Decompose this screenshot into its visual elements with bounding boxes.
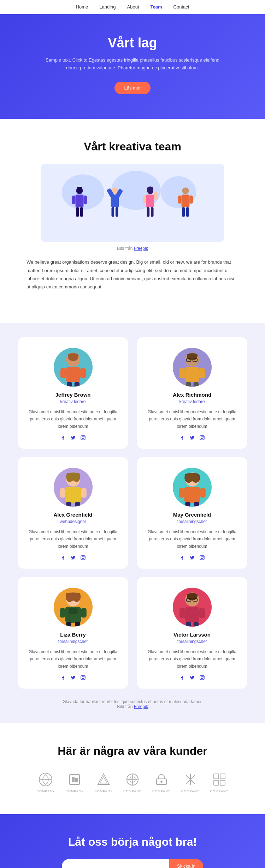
team-freepik-link[interactable]: Freepik — [134, 704, 148, 709]
twitter-icon[interactable] — [189, 555, 195, 562]
cards-grid: Jeffrey Brown kreativ ledare Glavi amet … — [18, 337, 247, 689]
svg-rect-100 — [220, 774, 225, 779]
facebook-icon[interactable] — [60, 555, 66, 562]
svg-rect-74 — [185, 607, 199, 622]
card-name: Victor Larsson — [145, 632, 239, 638]
nav-contact[interactable]: Contact — [173, 4, 189, 10]
svg-rect-47 — [60, 488, 65, 498]
card-description: Glavi amet ritnisl libero molestie ante … — [26, 648, 120, 670]
cta-title: Låt oss börja något bra! — [14, 835, 251, 849]
card-description: Glavi amet ritnisl libero molestie ante … — [145, 648, 239, 670]
card-name: Liza Berry — [26, 632, 120, 638]
svg-rect-15 — [154, 192, 158, 200]
svg-point-52 — [82, 557, 84, 559]
svg-rect-48 — [81, 488, 86, 498]
svg-rect-78 — [193, 622, 198, 627]
card-role: kreativ ledare — [145, 399, 239, 404]
facebook-icon[interactable] — [179, 675, 185, 682]
card-description: Glavi amet ritnisl libero molestie ante … — [26, 408, 120, 430]
svg-rect-75 — [179, 608, 185, 618]
client-logo-1: COMPANY — [37, 772, 55, 793]
svg-point-61 — [201, 557, 203, 559]
svg-rect-58 — [185, 502, 190, 507]
nav-team[interactable]: Team — [151, 4, 162, 10]
team-card: Liza Berry försäljningschef Glavi amet r… — [18, 577, 128, 689]
twitter-icon[interactable] — [70, 675, 76, 682]
client-logo-6: COMPANY — [181, 772, 200, 793]
card-description: Glavi amet ritnisl libero molestie ante … — [26, 528, 120, 550]
freepik-link[interactable]: Freepik — [134, 246, 148, 251]
figure-3 — [134, 186, 166, 220]
svg-rect-56 — [179, 488, 184, 498]
nav-home[interactable]: Home — [76, 4, 88, 10]
svg-rect-77 — [186, 622, 191, 627]
hero-button[interactable]: Läs mer — [114, 82, 151, 94]
svg-rect-1 — [76, 194, 84, 207]
svg-rect-3 — [83, 195, 87, 204]
svg-rect-50 — [75, 502, 80, 507]
figure-1 — [64, 186, 95, 220]
team-card: Jeffrey Brown kreativ ledare Glavi amet … — [18, 337, 128, 449]
creative-title: Vårt kreativa team — [14, 140, 251, 153]
team-footer: Glavrida for habitant morbi tristique se… — [18, 699, 247, 709]
clients-logos: COMPANY COMPANY COMPANY — [14, 772, 251, 793]
svg-rect-35 — [179, 368, 185, 378]
svg-point-72 — [84, 676, 84, 677]
card-avatar — [54, 468, 93, 507]
svg-rect-19 — [182, 194, 190, 207]
instagram-icon[interactable] — [199, 675, 205, 682]
logo-icon-7 — [212, 772, 227, 787]
facebook-icon[interactable] — [179, 555, 185, 562]
instagram-icon[interactable] — [80, 675, 86, 682]
card-role: webbdesigner — [26, 519, 120, 524]
svg-rect-49 — [66, 502, 71, 507]
svg-rect-5 — [80, 207, 83, 217]
svg-point-44 — [203, 436, 204, 437]
logo-icon-2 — [67, 772, 82, 787]
avatar-person — [173, 468, 212, 507]
svg-rect-10 — [112, 207, 114, 217]
svg-rect-99 — [214, 774, 219, 779]
card-social — [145, 435, 239, 442]
card-role: försäljningschef — [26, 639, 120, 644]
logo-icon-6 — [183, 772, 198, 787]
facebook-icon[interactable] — [60, 675, 66, 682]
twitter-icon[interactable] — [70, 555, 76, 562]
card-name: Jeffrey Brown — [26, 392, 120, 398]
instagram-icon[interactable] — [80, 435, 86, 442]
instagram-icon[interactable] — [199, 555, 205, 562]
figure-2 — [99, 186, 131, 220]
client-logo-2: COMPANY — [65, 772, 84, 793]
hero-description: Sample text. Click to Egestas egestas fr… — [42, 56, 223, 72]
clients-title: Här är några av våra kunder — [14, 745, 251, 758]
cta-input[interactable] — [62, 859, 169, 868]
svg-rect-13 — [146, 194, 154, 207]
logo-icon-1 — [38, 772, 53, 787]
twitter-icon[interactable] — [189, 675, 195, 682]
svg-rect-30 — [81, 436, 85, 440]
freepik-caption: Bild från Freepik — [14, 246, 251, 251]
card-avatar — [54, 588, 93, 627]
twitter-icon[interactable] — [70, 435, 76, 442]
card-avatar — [173, 348, 212, 387]
svg-rect-37 — [186, 382, 191, 387]
facebook-icon[interactable] — [179, 435, 185, 442]
hero-section: Vårt lag Sample text. Click to Egestas e… — [0, 14, 265, 119]
instagram-icon[interactable] — [80, 555, 86, 562]
nav-landing[interactable]: Landing — [99, 4, 116, 10]
svg-rect-14 — [143, 195, 146, 203]
twitter-icon[interactable] — [189, 435, 195, 442]
svg-rect-102 — [220, 780, 225, 785]
svg-rect-69 — [69, 608, 77, 614]
svg-rect-60 — [200, 556, 204, 560]
svg-point-43 — [201, 437, 203, 439]
svg-point-83 — [201, 677, 203, 679]
cta-button[interactable]: Skicka in — [169, 859, 203, 868]
nav-about[interactable]: About — [127, 4, 139, 10]
svg-rect-88 — [72, 777, 75, 782]
facebook-icon[interactable] — [60, 435, 66, 442]
card-description: Glavi amet ritnisl libero molestie ante … — [145, 528, 239, 550]
instagram-icon[interactable] — [199, 435, 205, 442]
svg-point-53 — [84, 556, 84, 557]
client-logo-7: COMPANY — [210, 772, 229, 793]
